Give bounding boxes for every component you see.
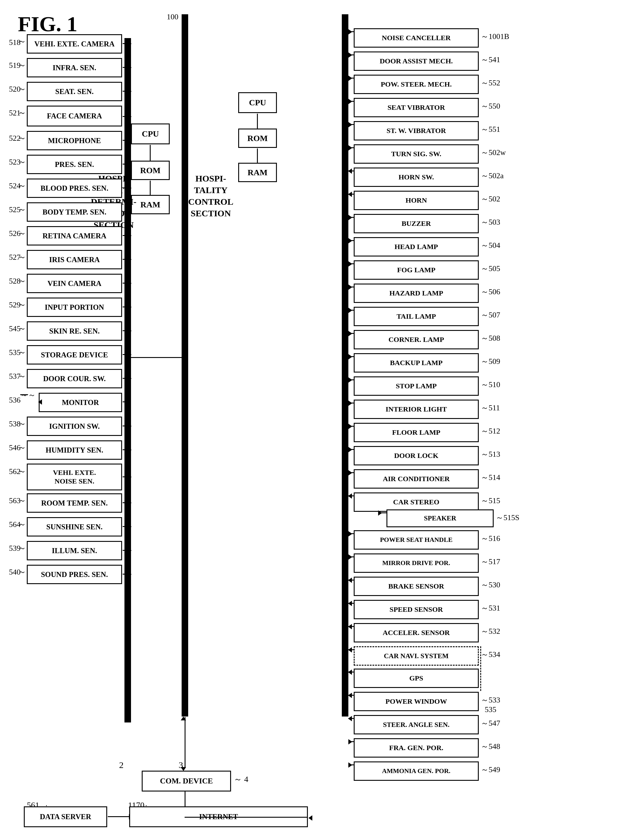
arrow-506-head [348, 285, 352, 290]
tilde-563: ～ [18, 495, 26, 506]
arrow-502w-head [348, 145, 352, 151]
cpu-box-right: CPU [238, 92, 277, 113]
ref-551: ～551 [481, 124, 500, 134]
arrow-536-line [123, 401, 128, 402]
arrow-527 [123, 259, 128, 260]
box-door-assist: DOOR ASSIST MECH. [354, 51, 479, 71]
tilde-518: ～ [18, 36, 26, 47]
ram-box-right: RAM [238, 163, 277, 182]
ref-502w: ～502w [481, 147, 506, 158]
arrow-549-head [348, 762, 352, 768]
rom2-down-arrow [257, 148, 258, 163]
dashed-bracket [480, 646, 481, 691]
box-speed-sensor: SPEED SENSOR [354, 600, 479, 619]
ref-503: ～503 [481, 217, 500, 227]
box-st-w-vibrator: ST. W. VIBRATOR [354, 121, 479, 140]
tilde-545: ～ [18, 323, 26, 334]
box-air-conditioner: AIR CONDITIONER [354, 469, 479, 489]
box-tail-lamp: TAIL LAMP [354, 307, 479, 326]
tilde-537: ～ [18, 370, 26, 382]
box-horn: HORN [354, 191, 479, 210]
ref-549: ～549 [481, 764, 500, 775]
bus-ref-2: 2 [119, 760, 124, 770]
arrow-503-head [348, 215, 352, 220]
box-floor-lamp: FLOOR LAMP [354, 423, 479, 442]
arrow-519 [123, 67, 128, 68]
ref-516: ～516 [481, 533, 500, 544]
tilde-524: ～ [18, 180, 26, 191]
arrow-563 [123, 502, 128, 503]
tilde-564: ～ [18, 519, 26, 530]
tilde-523: ～ [18, 156, 26, 167]
box-head-lamp: HEAD LAMP [354, 237, 479, 257]
box-storage-device: STORAGE DEVICE [27, 345, 122, 364]
rom-box-left: ROM [131, 161, 170, 180]
figure-title: FIG. 1 [18, 12, 78, 37]
ref-536: 536 [9, 396, 21, 405]
box-car-navi: CAR NAVI. SYSTEM [354, 646, 479, 665]
ref-507: ～507 [481, 310, 500, 320]
box-interior-light: INTERIOR LIGHT [354, 400, 479, 419]
ref-548: ～548 [481, 741, 500, 752]
arrow-521 [123, 116, 128, 117]
cpu2-down-arrow [257, 114, 258, 129]
box-power-seat-handle: POWER SEAT HANDLE [354, 530, 479, 550]
box-corner-lamp: CORNER. LAMP [354, 330, 479, 349]
arrow-535 [123, 354, 128, 355]
tilde-519: ～ [18, 60, 26, 71]
tilde-529: ～ [18, 299, 26, 310]
arrow-508-head [348, 331, 352, 336]
arrow-532-head-l [348, 624, 352, 629]
box-body-temp: BODY TEMP. SEN. [27, 202, 122, 222]
box-speaker: SPEAKER [386, 509, 493, 527]
box-illum-sen: ILLUM. SEN. [27, 541, 122, 560]
hospitality-control-label: HOSPI-TALITYCONTROLSECTION [188, 173, 233, 219]
ref-1001b: ～1001B [481, 31, 509, 42]
center-arrow [131, 357, 185, 358]
box-ignition-sw: IGNITION SW. [27, 416, 122, 436]
box-input-portion: INPUT PORTION [27, 298, 122, 317]
box-com-device: COM. DEVICE [142, 771, 231, 791]
arrow-540 [123, 574, 128, 574]
box-backup-lamp: BACKUP LAMP [354, 353, 479, 373]
ref-515: ～515 [481, 495, 500, 506]
box-microphone: MICROPHONE [27, 131, 122, 150]
box-mirror-drive: MIRROR DRIVE POR. [354, 554, 479, 573]
box-horn-sw: HORN SW. [354, 167, 479, 187]
tilde-521: ～ [18, 107, 26, 118]
ref-541: ～541 [481, 54, 500, 65]
arrow-524 [123, 188, 128, 188]
box-pres-sen: PRES. SEN. [27, 155, 122, 174]
arrow-526 [123, 235, 128, 236]
arrow-516-head [348, 531, 352, 537]
tilde-528: ～ [18, 275, 26, 286]
arrow-529 [123, 306, 128, 307]
ref-514: ～514 [481, 472, 500, 483]
arrow-507-head [348, 308, 352, 313]
tilde-538: ～ [18, 418, 26, 430]
internet-arrow-head [308, 815, 312, 821]
speaker-arrow-head [378, 510, 382, 516]
box-noise-canceller: NOISE CANCELLER [354, 28, 479, 48]
box-seat-sen: SEAT. SEN. [27, 82, 122, 101]
box-data-server: DATA SERVER [24, 806, 107, 827]
ref-531: ～531 [481, 603, 500, 613]
box-sound-pres-sen: SOUND PRES. SEN. [27, 565, 122, 584]
arrow-545 [123, 330, 128, 331]
ref-552: ～552 [481, 78, 500, 88]
arrow-517-head [348, 554, 352, 560]
arrow-502-head-l [348, 192, 352, 197]
box-seat-vibrator: SEAT VIBRATOR [354, 98, 479, 117]
ref-502a: ～502a [481, 170, 504, 181]
arrow-514-head [348, 470, 352, 476]
box-fog-lamp: FOG LAMP [354, 260, 479, 280]
ref-1170-bracket [146, 805, 147, 806]
arrow-505-head [348, 261, 352, 267]
ref-506: ～506 [481, 286, 500, 297]
box-infra-sen: INFRA. SEN. [27, 58, 122, 78]
arrow-513-head [348, 447, 352, 452]
com-to-internet-line [185, 791, 185, 806]
ref-509: ～509 [481, 356, 500, 367]
ref-515s: ～515S [496, 512, 519, 523]
arrow-552-head [348, 76, 352, 81]
